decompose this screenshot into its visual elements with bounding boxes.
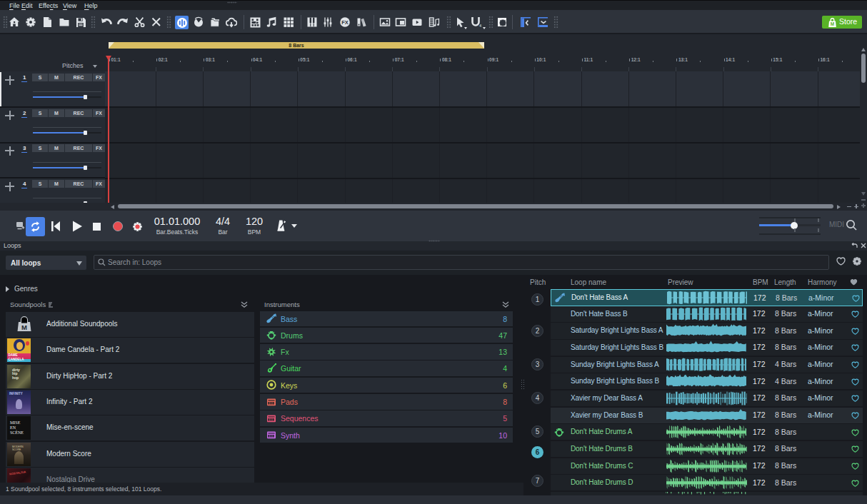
svg-text:FX: FX [341,19,349,26]
svg-text:4: 4 [479,24,481,28]
svg-text:M: M [21,323,27,331]
svg-text:M: M [831,21,834,26]
